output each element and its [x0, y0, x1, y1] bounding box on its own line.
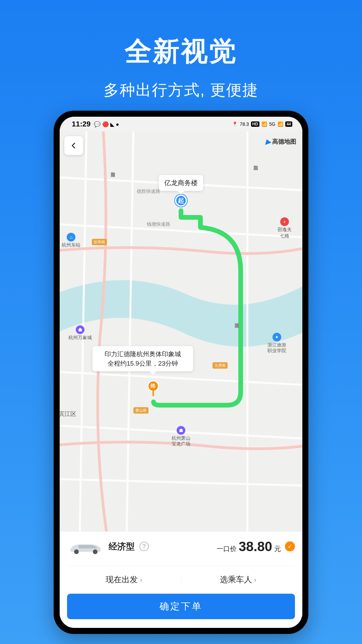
chevron-right-icon: › — [254, 576, 256, 584]
wifi-icon: 📶 — [278, 121, 283, 127]
status-bar: 11:29 💬 🔴 ◣ ● 📍 78.3 HD 📶 5G 📶 44 — [60, 117, 302, 131]
school-icon: ✦ — [273, 333, 281, 341]
road-label-desheng: 德胜快速路 — [137, 189, 160, 195]
chevron-left-icon — [70, 142, 77, 149]
hero-subtitle: 多种出行方式, 更便捷 — [0, 80, 362, 101]
poi-wanxiang: ☗ 杭州万象城 — [68, 325, 92, 340]
select-passenger-option[interactable]: 选乘车人 › — [181, 574, 295, 585]
bottom-panel: 经济型 ? 一口价 38.80 元 ✓ 现在出发 › 选乘车人 › — [60, 531, 302, 628]
map-brand-icon — [263, 138, 272, 145]
road-badge-3: 九堡南 — [213, 362, 228, 369]
status-battery: 44 — [285, 121, 292, 127]
phone-screen: 11:29 💬 🔴 ◣ ● 📍 78.3 HD 📶 5G 📶 44 — [60, 117, 302, 628]
end-name: 印力汇德隆杭州奥体印象城 — [98, 350, 188, 359]
train-icon: ⌂ — [67, 233, 75, 241]
options-row: 现在出发 › 选乘车人 › — [67, 566, 295, 585]
select-passenger-label: 选乘车人 — [220, 574, 252, 585]
svg-point-1 — [74, 549, 79, 554]
status-right: 📍 78.3 HD 📶 5G 📶 44 — [232, 121, 292, 127]
end-marker[interactable]: 终 — [147, 380, 159, 392]
status-5g: 5G — [269, 121, 276, 127]
confirm-order-button[interactable]: 确定下单 — [67, 594, 295, 619]
map-brand-label: 高德地图 — [272, 138, 296, 146]
location-icon: 📍 — [232, 121, 238, 127]
poi-hospital: + 邵逸夫 七格 — [278, 217, 292, 239]
price-label: 一口价 — [217, 544, 237, 553]
car-icon — [67, 538, 104, 554]
price-unit: 元 — [274, 544, 281, 553]
status-hd-badge: HD — [251, 121, 259, 127]
hero-title: 全新视觉 — [0, 34, 362, 70]
status-netspeed: 78.3 — [240, 121, 249, 127]
depart-now-label: 现在出发 — [106, 574, 138, 585]
check-icon[interactable]: ✓ — [285, 541, 295, 551]
poi-station: ⌂ 杭州东站 — [62, 233, 80, 248]
help-icon[interactable]: ? — [139, 542, 149, 551]
car-type-label: 经济型 — [109, 541, 135, 552]
signal-icon: 📶 — [261, 121, 267, 127]
price-value: 38.80 — [239, 539, 272, 554]
status-time: 11:29 — [72, 120, 90, 128]
status-app-icons: 💬 🔴 ◣ ● — [94, 121, 119, 127]
svg-point-2 — [93, 549, 98, 554]
end-detail: 全程约15.9公里，23分钟 — [98, 359, 188, 368]
end-callout[interactable]: 印力汇德隆杭州奥体印象城 全程约15.9公里，23分钟 — [93, 346, 193, 371]
car-row[interactable]: 经济型 ? 一口价 38.80 元 ✓ — [67, 538, 295, 554]
hospital-icon: + — [280, 217, 289, 226]
depart-now-option[interactable]: 现在出发 › — [67, 574, 181, 585]
road-label-qiantang: 钱塘快速路 — [147, 221, 170, 227]
map-area[interactable]: 高德地图 空港高架路 德胜快速路 钱塘快速路 东湖高架路 通城高架路 彭埠南 萧… — [60, 131, 302, 531]
phone-frame: 11:29 💬 🔴 ◣ ● 📍 78.3 HD 📶 5G 📶 44 — [54, 111, 308, 634]
back-button[interactable] — [64, 136, 83, 155]
shopping-icon: ☗ — [76, 325, 84, 334]
road-badge-2: 萧山南 — [133, 407, 148, 414]
chevron-right-icon: › — [140, 576, 142, 584]
price-block: 一口价 38.80 元 ✓ — [217, 539, 295, 554]
poi-district: 滨江区 — [60, 410, 76, 418]
poi-college: ✦ 浙江旅游 职业学院 — [267, 333, 286, 354]
poi-baolong: ☗ 杭州萧山 宝龙广场 — [172, 426, 190, 447]
road-badge-1: 彭埠南 — [92, 239, 107, 245]
map-brand: 高德地图 — [264, 138, 296, 146]
start-marker[interactable]: 起 — [175, 195, 187, 207]
shopping-icon: ☗ — [177, 426, 185, 435]
start-callout[interactable]: 亿龙商务楼 — [159, 175, 203, 191]
